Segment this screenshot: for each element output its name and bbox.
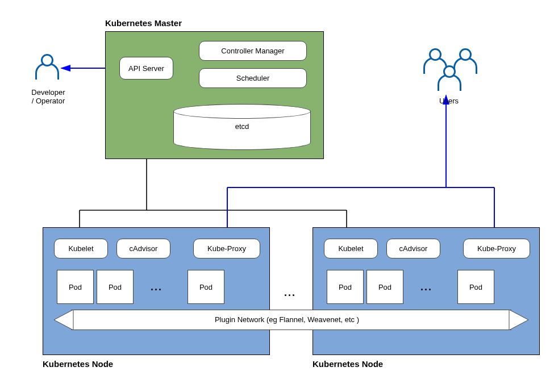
node2-pod-1: Pod — [327, 270, 364, 304]
node1-cadvisor: cAdvisor — [116, 239, 170, 258]
node2-kubeproxy-label: Kube-Proxy — [477, 244, 516, 253]
api-server-label: API Server — [128, 64, 164, 73]
scheduler-label: Scheduler — [236, 74, 270, 82]
users-label: Users — [432, 97, 466, 105]
node1-pod-n: Pod — [188, 270, 224, 304]
etcd-top-cap — [173, 104, 311, 119]
node1-cadvisor-label: cAdvisor — [130, 244, 158, 253]
etcd-label: etcd — [235, 122, 249, 131]
pod-label: Pod — [109, 283, 122, 291]
developer-label: Developer / Operator — [23, 88, 74, 105]
node1-pod-1: Pod — [57, 270, 94, 304]
node1-kubeproxy: Kube-Proxy — [193, 239, 260, 258]
node2-title: Kubernetes Node — [313, 359, 383, 369]
svg-marker-1 — [509, 310, 528, 330]
plugin-network-label: Plugin Network (eg Flannel, Weavenet, et… — [165, 315, 409, 324]
node2-kubelet-label: Kubelet — [338, 244, 363, 253]
node2-pod-ellipsis: ... — [420, 281, 432, 293]
node1-pod-2: Pod — [97, 270, 134, 304]
pod-label: Pod — [339, 283, 352, 291]
node1-title: Kubernetes Node — [43, 359, 113, 369]
pod-label: Pod — [199, 283, 213, 291]
node2-pod-n: Pod — [457, 270, 494, 304]
node2-pod-2: Pod — [366, 270, 403, 304]
node2-cadvisor-label: cAdvisor — [399, 244, 428, 253]
api-server: API Server — [119, 57, 173, 80]
scheduler: Scheduler — [199, 68, 307, 88]
node1-kubelet-label: Kubelet — [68, 244, 93, 253]
pod-label: Pod — [378, 283, 391, 291]
svg-marker-0 — [54, 310, 73, 330]
node2-kubeproxy: Kube-Proxy — [463, 239, 530, 258]
node2-kubelet: Kubelet — [324, 239, 378, 258]
node1-kubelet: Kubelet — [54, 239, 108, 258]
between-nodes-ellipsis: ... — [284, 287, 296, 299]
users-icon-3 — [438, 65, 458, 93]
controller-manager-label: Controller Manager — [221, 47, 284, 55]
master-title: Kubernetes Master — [105, 18, 182, 28]
node2-cadvisor: cAdvisor — [386, 239, 440, 258]
node1-kubeproxy-label: Kube-Proxy — [207, 244, 246, 253]
pod-label: Pod — [69, 283, 82, 291]
node1-pod-ellipsis: ... — [151, 281, 163, 293]
controller-manager: Controller Manager — [199, 41, 307, 61]
developer-icon — [35, 54, 56, 81]
pod-label: Pod — [469, 283, 482, 291]
